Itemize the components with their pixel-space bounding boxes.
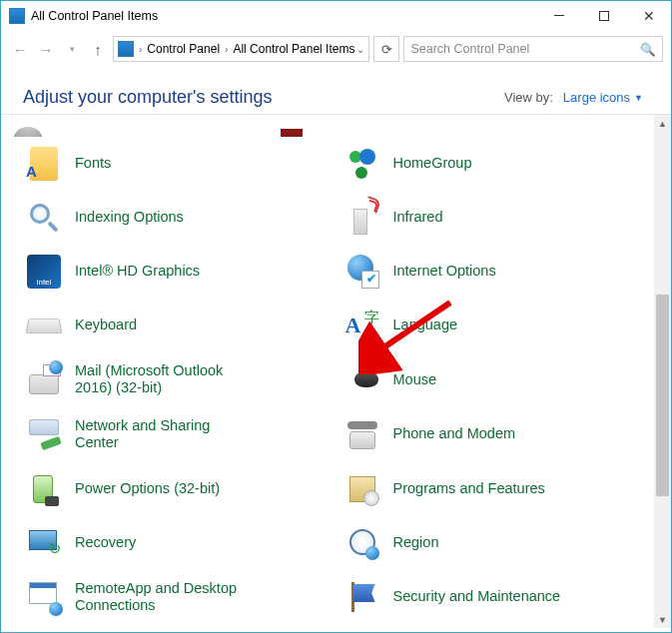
infrared-icon xyxy=(345,201,379,235)
intel-icon: intel xyxy=(27,255,61,289)
address-dropdown-icon[interactable]: ⌄ xyxy=(356,44,364,55)
control-panel-icon xyxy=(9,8,25,24)
item-label: Infrared xyxy=(393,209,443,226)
item-infrared[interactable]: Infrared xyxy=(341,191,660,245)
item-label: Indexing Options xyxy=(75,209,184,226)
item-label: Programs and Features xyxy=(393,480,545,497)
view-by: View by: Large icons ▼ xyxy=(504,90,643,105)
item-internet-options[interactable]: ✔ Internet Options xyxy=(341,245,660,299)
item-language[interactable]: A字 Language xyxy=(341,299,660,352)
breadcrumb-current[interactable]: All Control Panel Items xyxy=(233,42,354,56)
page-title: Adjust your computer's settings xyxy=(23,87,273,108)
item-programs-features[interactable]: Programs and Features xyxy=(341,462,660,516)
power-icon xyxy=(27,472,61,506)
close-button[interactable]: ✕ xyxy=(626,1,671,30)
back-button[interactable]: ← xyxy=(9,38,31,60)
navbar: ← → ▾ ↑ › Control Panel › All Control Pa… xyxy=(1,31,671,67)
items-grid: Fonts HomeGroup Indexing Options Infrare… xyxy=(1,137,671,628)
vertical-scrollbar[interactable]: ▲ ▼ xyxy=(654,115,671,628)
forward-button[interactable]: → xyxy=(35,38,57,60)
item-sound[interactable]: Sound xyxy=(23,624,341,628)
scroll-track[interactable] xyxy=(654,132,671,611)
window-controls: ✕ xyxy=(536,1,671,30)
internet-options-icon: ✔ xyxy=(345,255,379,289)
partial-row xyxy=(1,115,671,137)
window-title: All Control Panel Items xyxy=(31,9,158,23)
item-label: Intel® HD Graphics xyxy=(75,263,200,280)
search-input[interactable] xyxy=(410,42,656,56)
up-button[interactable]: ↑ xyxy=(87,38,109,60)
titlebar: All Control Panel Items ✕ xyxy=(1,1,671,31)
item-label: Phone and Modem xyxy=(393,425,516,442)
item-mail[interactable]: Mail (Microsoft Outlook 2016) (32-bit) xyxy=(23,352,341,407)
item-label: Network and Sharing Center xyxy=(75,417,245,452)
scroll-down-button[interactable]: ▼ xyxy=(654,611,671,628)
item-label: Mouse xyxy=(393,371,437,388)
indexing-icon xyxy=(27,201,61,235)
scroll-up-button[interactable]: ▲ xyxy=(654,115,671,132)
item-label: Region xyxy=(393,534,439,551)
item-label: Fonts xyxy=(75,155,111,172)
item-label: Internet Options xyxy=(393,263,496,280)
item-homegroup[interactable]: HomeGroup xyxy=(341,137,660,191)
caret-down-icon: ▼ xyxy=(634,93,643,103)
address-bar[interactable]: › Control Panel › All Control Panel Item… xyxy=(113,36,369,62)
item-keyboard[interactable]: Keyboard xyxy=(23,299,341,352)
item-recovery[interactable]: ↻ Recovery xyxy=(23,516,341,570)
search-box[interactable]: 🔍 xyxy=(403,36,663,62)
phone-icon xyxy=(345,417,379,451)
mail-icon xyxy=(27,362,61,396)
view-by-dropdown[interactable]: Large icons ▼ xyxy=(563,90,643,105)
breadcrumb-sep-icon[interactable]: › xyxy=(222,44,231,55)
item-region[interactable]: Region xyxy=(341,516,660,570)
item-label: Language xyxy=(393,316,458,333)
minimize-button[interactable] xyxy=(536,1,581,30)
mouse-icon xyxy=(345,362,379,396)
item-intel-hd-graphics[interactable]: intel Intel® HD Graphics xyxy=(23,245,341,299)
keyboard-icon xyxy=(27,309,61,342)
item-label: Keyboard xyxy=(75,316,137,333)
item-label: Security and Maintenance xyxy=(393,588,561,605)
item-indexing-options[interactable]: Indexing Options xyxy=(23,191,341,245)
remoteapp-icon xyxy=(27,580,61,614)
item-network-sharing-center[interactable]: Network and Sharing Center xyxy=(23,407,341,462)
partial-icon xyxy=(13,127,43,137)
refresh-button[interactable]: ⟳ xyxy=(373,36,399,62)
region-icon xyxy=(345,526,379,560)
address-icon xyxy=(118,41,134,57)
header-row: Adjust your computer's settings View by:… xyxy=(1,67,671,115)
item-label: HomeGroup xyxy=(393,155,472,172)
fonts-icon xyxy=(27,147,61,181)
recovery-icon: ↻ xyxy=(27,526,61,560)
item-remoteapp[interactable]: RemoteApp and Desktop Connections xyxy=(23,570,341,625)
scroll-thumb[interactable] xyxy=(656,295,669,496)
recent-locations-button[interactable]: ▾ xyxy=(61,38,83,60)
breadcrumb-sep-icon[interactable]: › xyxy=(136,44,145,55)
content-area: Fonts HomeGroup Indexing Options Infrare… xyxy=(1,115,671,628)
view-by-value: Large icons xyxy=(563,90,630,105)
security-icon xyxy=(345,580,379,614)
item-label: Recovery xyxy=(75,534,136,551)
item-label: Power Options (32-bit) xyxy=(75,480,220,497)
network-icon xyxy=(27,417,61,451)
homegroup-icon xyxy=(345,147,379,181)
item-security-maintenance[interactable]: Security and Maintenance xyxy=(341,570,660,625)
view-by-label: View by: xyxy=(504,90,553,105)
breadcrumb-root[interactable]: Control Panel xyxy=(147,42,220,56)
item-mouse[interactable]: Mouse xyxy=(341,352,660,407)
search-icon: 🔍 xyxy=(640,42,656,57)
language-icon: A字 xyxy=(345,309,379,342)
item-label: RemoteApp and Desktop Connections xyxy=(75,580,245,615)
item-phone-modem[interactable]: Phone and Modem xyxy=(341,407,660,462)
partial-icon xyxy=(281,129,303,137)
maximize-button[interactable] xyxy=(581,1,626,30)
item-fonts[interactable]: Fonts xyxy=(23,137,341,191)
item-label: Mail (Microsoft Outlook 2016) (32-bit) xyxy=(75,362,245,397)
item-speech-recognition[interactable]: Speech Recognition xyxy=(341,624,660,628)
programs-icon xyxy=(345,472,379,506)
item-power-options[interactable]: Power Options (32-bit) xyxy=(23,462,341,516)
